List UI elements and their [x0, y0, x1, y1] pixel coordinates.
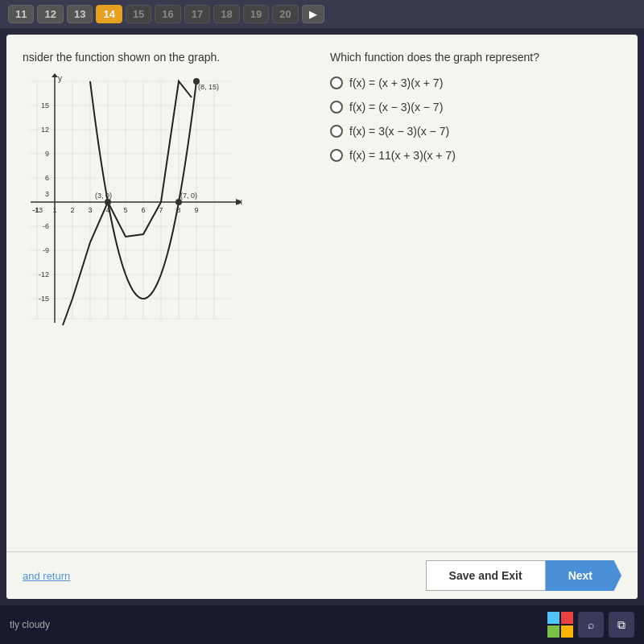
- svg-text:(8, 15): (8, 15): [198, 83, 219, 91]
- nav-num-15[interactable]: 15: [126, 5, 151, 23]
- taskview-icon[interactable]: ⧉: [609, 612, 634, 638]
- choice-b[interactable]: f(x) = (x − 3)(x − 7): [330, 101, 621, 114]
- nav-num-20[interactable]: 20: [272, 5, 298, 23]
- radio-a[interactable]: [330, 76, 343, 89]
- svg-text:5: 5: [123, 206, 127, 214]
- save-exit-button[interactable]: Save and Exit: [426, 560, 546, 591]
- nav-num-16[interactable]: 16: [155, 5, 180, 23]
- svg-text:6: 6: [141, 206, 145, 214]
- win-quad-4: [561, 625, 573, 638]
- nav-num-18[interactable]: 18: [213, 5, 239, 23]
- svg-text:-12: -12: [39, 270, 49, 279]
- svg-text:-15: -15: [39, 295, 49, 303]
- svg-text:2: 2: [70, 206, 74, 214]
- windows-icon[interactable]: [547, 612, 573, 638]
- choice-text-d: f(x) = 11(x + 3)(x + 7): [349, 149, 456, 162]
- radio-c[interactable]: [330, 125, 343, 138]
- svg-text:3: 3: [88, 206, 92, 214]
- svg-text:9: 9: [194, 206, 198, 214]
- nav-arrow[interactable]: ▶: [302, 5, 324, 23]
- bottom-bar: and return Save and Exit Next: [6, 551, 638, 599]
- choice-text-b: f(x) = (x − 3)(x − 7): [349, 101, 443, 114]
- choice-a[interactable]: f(x) = (x + 3)(x + 7): [330, 76, 621, 89]
- nav-num-13[interactable]: 13: [67, 5, 93, 23]
- right-panel: Which function does the graph represent?…: [330, 51, 621, 535]
- svg-text:-13: -13: [32, 206, 43, 214]
- svg-text:6: 6: [45, 174, 49, 182]
- nav-num-11[interactable]: 11: [8, 5, 34, 23]
- skip-link[interactable]: and return: [23, 570, 70, 582]
- choice-c[interactable]: f(x) = 3(x − 3)(x − 7): [330, 125, 621, 138]
- search-taskbar-icon[interactable]: ⌕: [578, 612, 604, 638]
- svg-text:-9: -9: [43, 246, 49, 254]
- svg-text:15: 15: [41, 101, 49, 109]
- svg-text:12: 12: [41, 126, 49, 134]
- taskbar: tly cloudy ⌕ ⧉: [0, 605, 644, 644]
- next-button[interactable]: Next: [546, 560, 621, 591]
- svg-point-48: [175, 199, 182, 205]
- svg-point-46: [105, 199, 111, 205]
- graph-svg: -1 2 3 4 5 6 7 8 9 x 15 12 9 6: [23, 73, 256, 331]
- svg-text:7: 7: [159, 206, 163, 214]
- left-panel: nsider the function shown on the graph.: [23, 51, 314, 535]
- svg-text:9: 9: [45, 150, 49, 158]
- radio-d[interactable]: [330, 149, 343, 162]
- nav-num-12[interactable]: 12: [37, 5, 63, 23]
- nav-num-17[interactable]: 17: [184, 5, 210, 23]
- svg-marker-25: [52, 73, 58, 77]
- choices-container: f(x) = (x + 3)(x + 7) f(x) = (x − 3)(x −…: [330, 76, 621, 173]
- choice-d[interactable]: f(x) = 11(x + 3)(x + 7): [330, 149, 621, 162]
- choice-text-a: f(x) = (x + 3)(x + 7): [349, 76, 443, 89]
- win-quad-2: [561, 612, 573, 624]
- radio-b[interactable]: [330, 101, 343, 114]
- taskbar-icons: ⌕ ⧉: [547, 612, 634, 638]
- svg-text:3: 3: [45, 190, 49, 198]
- svg-text:x: x: [238, 197, 242, 206]
- which-function-label: Which function does the graph represent?: [330, 51, 621, 64]
- nav-bar: 11121314151617181920 ▶: [0, 0, 644, 28]
- content-area: nsider the function shown on the graph.: [6, 35, 638, 599]
- svg-text:y: y: [58, 74, 62, 83]
- screen: 11121314151617181920 ▶ nsider the functi…: [0, 0, 644, 644]
- svg-text:1: 1: [52, 206, 56, 214]
- win-quad-3: [547, 625, 559, 638]
- btn-group: Save and Exit Next: [426, 560, 621, 591]
- nav-num-19[interactable]: 19: [243, 5, 269, 23]
- question-text: nsider the function shown on the graph.: [23, 51, 314, 64]
- nav-num-14[interactable]: 14: [96, 5, 122, 23]
- win-quad-1: [547, 612, 559, 624]
- svg-text:-6: -6: [43, 222, 49, 230]
- taskbar-weather: tly cloudy: [10, 619, 50, 630]
- svg-text:(7, 0): (7, 0): [180, 192, 197, 200]
- choice-text-c: f(x) = 3(x − 3)(x − 7): [349, 125, 449, 138]
- graph-container: -1 2 3 4 5 6 7 8 9 x 15 12 9 6: [23, 73, 256, 331]
- svg-text:(3, 0): (3, 0): [95, 192, 112, 200]
- question-area: nsider the function shown on the graph.: [6, 35, 638, 551]
